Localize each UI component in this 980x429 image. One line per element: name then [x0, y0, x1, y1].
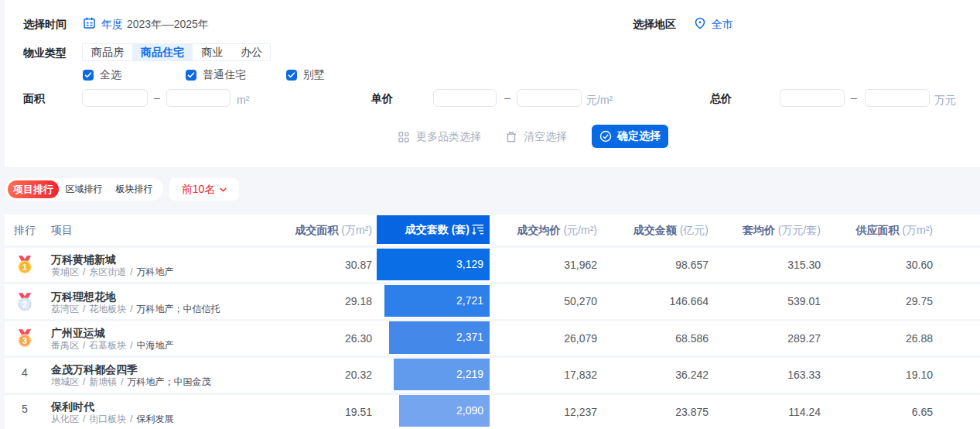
- svg-text:1: 1: [22, 263, 28, 272]
- svg-text:3: 3: [22, 336, 27, 345]
- svg-text:2: 2: [22, 300, 27, 309]
